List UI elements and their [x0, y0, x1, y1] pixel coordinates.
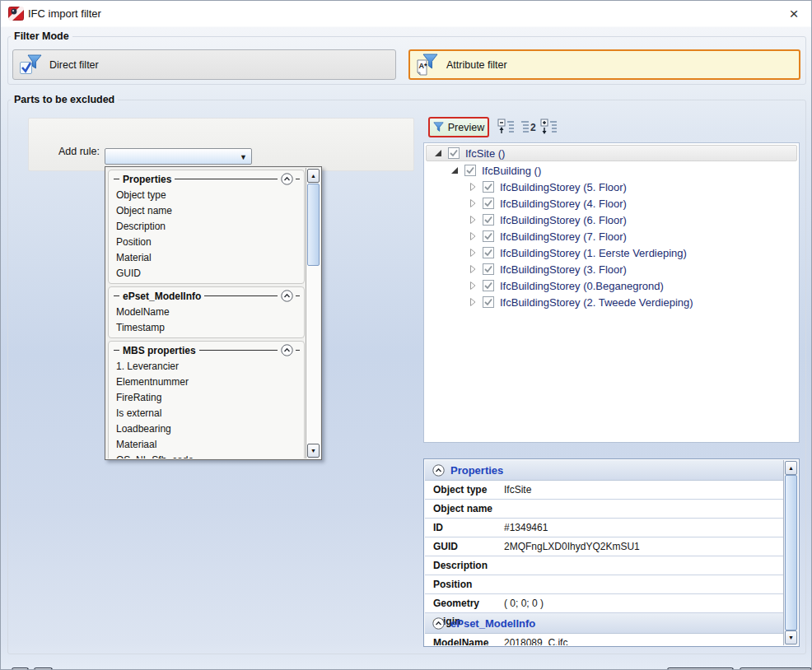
scrollbar-thumb[interactable] — [785, 475, 797, 630]
dropdown-group-header[interactable]: MBS properties — [109, 342, 304, 359]
dropdown-scrollbar[interactable]: ▲ ▼ — [306, 168, 320, 458]
dropdown-group: MBS properties 1. LeverancierElementnumm… — [108, 341, 305, 458]
scroll-up-button[interactable]: ▲ — [307, 169, 320, 183]
property-value — [504, 500, 784, 518]
close-button[interactable]: × — [782, 2, 806, 25]
checkbox-icon[interactable] — [483, 296, 494, 308]
tree-row[interactable]: IfcBuildingStorey (4. Floor) — [425, 195, 798, 212]
collapsed-arrow-icon[interactable] — [468, 265, 478, 273]
tree-row[interactable]: IfcBuildingStorey (0.Beganegrond) — [425, 277, 798, 294]
tree-item-label: IfcBuildingStorey (5. Floor) — [500, 181, 627, 193]
tree-item-label: IfcBuildingStorey (7. Floor) — [500, 230, 627, 243]
property-section-header[interactable]: Properties — [425, 460, 784, 481]
divider — [296, 295, 300, 296]
property-row: Description — [425, 556, 784, 575]
property-value — [504, 575, 784, 593]
tree-item-label: IfcBuilding () — [482, 165, 541, 177]
tree-item-label: IfcBuildingStorey (1. Eerste Verdieping) — [500, 247, 687, 259]
tree-row[interactable]: IfcBuildingStorey (5. Floor) — [425, 179, 798, 195]
expand-level-2-icon[interactable]: 2 — [520, 119, 538, 135]
checkbox-icon[interactable] — [483, 181, 494, 193]
section-header-label: ePset_ModelInfo — [450, 617, 535, 630]
collapsed-arrow-icon[interactable] — [468, 216, 478, 224]
tree-row[interactable]: IfcBuildingStorey (1. Eerste Verdieping) — [425, 244, 798, 261]
collapsed-arrow-icon[interactable] — [468, 249, 478, 257]
dropdown-item[interactable]: FireRating — [109, 390, 304, 406]
property-label: Object type — [425, 481, 504, 499]
property-section-header[interactable]: ePset_ModelInfo — [425, 613, 784, 634]
checkbox-icon[interactable] — [483, 198, 494, 209]
collapsed-arrow-icon[interactable] — [468, 183, 478, 191]
tree-row[interactable]: IfcBuildingStorey (3. Floor) — [425, 261, 798, 277]
dropdown-item[interactable]: ModelName — [109, 305, 304, 320]
expanded-arrow-icon[interactable] — [450, 166, 460, 174]
dropdown-item[interactable]: Object name — [109, 203, 304, 219]
preview-button-label: Preview — [448, 122, 484, 133]
dropdown-group-header[interactable]: ePset_ModelInfo — [109, 287, 304, 305]
tree-item-label: IfcSite () — [465, 147, 505, 160]
checkbox-icon[interactable] — [464, 165, 476, 176]
divider — [175, 179, 278, 179]
dropdown-item[interactable]: Object type — [109, 188, 304, 203]
rule-dropdown-list: Properties Object typeObject nameDescrip… — [105, 166, 322, 460]
attribute-filter-button[interactable]: A* Attribute filter — [408, 49, 800, 80]
property-row: Object type IfcSite — [425, 481, 784, 500]
dropdown-item[interactable]: Position — [109, 235, 304, 250]
section-header-label: Properties — [450, 464, 503, 477]
direct-filter-button[interactable]: Direct filter — [12, 49, 396, 80]
direct-filter-label: Direct filter — [49, 59, 99, 71]
checkbox-icon[interactable] — [483, 247, 494, 258]
ifc-structure-tree: IfcSite () IfcBuilding () IfcBuildingSto… — [423, 142, 800, 443]
checkbox-icon[interactable] — [483, 280, 494, 291]
dropdown-item[interactable]: Loadbearing — [109, 421, 304, 437]
collapsed-arrow-icon[interactable] — [468, 232, 478, 240]
scroll-up-button[interactable]: ▲ — [785, 461, 797, 475]
dropdown-item[interactable]: GUID — [109, 266, 304, 281]
collapse-all-icon[interactable] — [497, 119, 516, 135]
collapse-section-icon[interactable] — [432, 617, 445, 630]
checkbox-icon[interactable] — [483, 230, 494, 242]
expand-all-icon[interactable] — [540, 119, 558, 135]
tree-row[interactable]: IfcBuildingStorey (2. Tweede Verdieping) — [425, 294, 798, 310]
scrollbar-thumb[interactable] — [307, 184, 320, 266]
tree-row[interactable]: IfcBuilding () — [425, 162, 798, 179]
expanded-arrow-icon[interactable] — [433, 149, 443, 157]
dropdown-item[interactable]: 1. Leverancier — [109, 359, 304, 375]
property-row: ID #1349461 — [425, 519, 784, 537]
preview-button[interactable]: Preview — [428, 117, 489, 137]
collapse-group-icon[interactable] — [281, 344, 293, 356]
tree-row[interactable]: IfcBuildingStorey (6. Floor) — [425, 212, 798, 228]
ifc-import-filter-dialog: IFC import filter × Filter Mode Direct f… — [0, 0, 812, 670]
dropdown-item[interactable]: OS_NL-Sfb_code — [109, 453, 304, 458]
dropdown-item[interactable]: Is external — [109, 406, 304, 421]
scroll-down-button[interactable]: ▼ — [785, 630, 797, 644]
divider — [296, 179, 300, 179]
collapse-group-icon[interactable] — [281, 290, 293, 302]
scroll-down-button[interactable]: ▼ — [307, 444, 320, 458]
divider — [204, 295, 278, 296]
checkbox-icon[interactable] — [483, 214, 494, 226]
property-value: 2MQFngLXD0IhydYQ2KmSU1 — [504, 537, 784, 556]
dropdown-item[interactable]: Material — [109, 250, 304, 266]
tree-row[interactable]: IfcSite () — [426, 145, 797, 161]
collapse-group-icon[interactable] — [281, 173, 293, 185]
divider — [114, 179, 119, 179]
dropdown-item[interactable]: Materiaal — [109, 437, 304, 453]
collapsed-arrow-icon[interactable] — [468, 281, 478, 290]
dropdown-group-header[interactable]: Properties — [109, 170, 304, 188]
collapse-section-icon[interactable] — [432, 464, 445, 477]
collapsed-arrow-icon[interactable] — [468, 199, 478, 207]
dropdown-item[interactable]: Elementnummer — [109, 375, 304, 390]
divider — [199, 350, 278, 351]
dropdown-item[interactable]: Description — [109, 219, 304, 235]
checkbox-icon[interactable] — [448, 147, 460, 159]
dropdown-group-title: ePset_ModelInfo — [123, 291, 201, 302]
dropdown-item[interactable]: Timestamp — [109, 320, 304, 336]
checkbox-icon[interactable] — [483, 263, 494, 275]
collapsed-arrow-icon[interactable] — [468, 298, 478, 306]
title-bar: IFC import filter × — [1, 1, 811, 26]
rule-combobox[interactable]: ▼ — [105, 148, 252, 165]
dropdown-group: Properties Object typeObject nameDescrip… — [108, 170, 305, 284]
properties-scrollbar[interactable]: ▲ ▼ — [783, 460, 798, 645]
tree-row[interactable]: IfcBuildingStorey (7. Floor) — [425, 228, 798, 244]
